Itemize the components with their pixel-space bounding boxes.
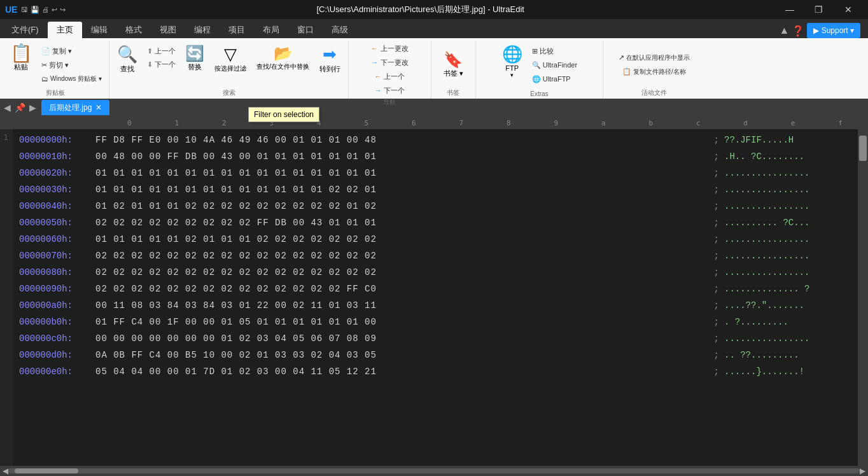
titlebar-quick-access[interactable]: 🖫 💾 🖨 ↩ ↪ <box>21 6 66 14</box>
menu-window[interactable]: 窗口 <box>288 22 323 38</box>
navigation-label: 导航 <box>383 97 396 108</box>
hex-separator: ; <box>709 214 724 231</box>
ribbon-collapse-up[interactable]: ▲ <box>779 25 789 36</box>
file-tab-label: 后期处理.jpg <box>49 102 92 113</box>
scroll-right-btn[interactable]: ▶ <box>860 466 865 475</box>
tab-scroll-left[interactable]: ◀ <box>3 101 12 114</box>
find-button[interactable]: 🔍 查找 <box>113 42 141 76</box>
tab-pin[interactable]: 📌 <box>13 101 27 114</box>
file-tab-close[interactable]: ✕ <box>95 103 102 112</box>
table-row: 000000b0h: 01 FF C4 00 1F 00 00 01 05 01… <box>13 314 858 330</box>
scroll-track[interactable] <box>8 468 860 473</box>
hex-bytes[interactable]: 02 02 02 02 02 02 02 02 02 02 02 02 02 0… <box>95 248 709 264</box>
hex-bytes[interactable]: 02 02 02 02 02 02 02 02 02 02 02 02 02 0… <box>95 264 709 281</box>
tab-scroll-right[interactable]: ▶ <box>28 101 38 114</box>
menu-file[interactable]: 文件(F) <box>3 22 48 38</box>
ribbon-tabs: 文件(F) 主页 编辑 格式 视图 编程 项目 布局 窗口 高级 ▲ ❓ ▶ S… <box>0 19 868 38</box>
cut-icon: ✂ <box>41 61 47 69</box>
windows-clipboard-button[interactable]: 🗂Windows 剪贴板 ▾ <box>38 73 105 85</box>
menu-view[interactable]: 视图 <box>151 22 185 38</box>
ultrafinder-button[interactable]: 🔍UltraFinder <box>529 59 580 71</box>
filter-button[interactable]: ▽ 按选择过滤 <box>211 42 250 76</box>
copy-button[interactable]: 📄复制 ▾ <box>38 45 105 57</box>
ribbon-help[interactable]: ❓ <box>792 25 804 37</box>
menu-home[interactable]: 主页 <box>48 22 82 38</box>
show-in-app-button[interactable]: ↗在默认应用程序中显示 <box>615 52 693 64</box>
prev-change-button[interactable]: ← 上一更改 <box>368 42 412 55</box>
close-button[interactable]: ✕ <box>834 0 863 19</box>
scroll-left-btn[interactable]: ◀ <box>3 466 8 475</box>
extras-label: Extras <box>530 89 548 99</box>
goto-icon: ➡ <box>323 45 337 64</box>
hex-ascii: .......... ?C... <box>724 214 851 231</box>
menu-project[interactable]: 项目 <box>220 22 254 38</box>
hex-address: 000000d0h: <box>19 347 95 363</box>
hex-bytes[interactable]: 0A 0B FF C4 00 B5 10 00 02 01 03 03 02 0… <box>95 347 709 363</box>
hex-separator: ; <box>709 264 724 281</box>
minimize-button[interactable]: — <box>775 0 804 19</box>
support-button[interactable]: ▶ Support ▾ <box>807 23 860 38</box>
scroll-thumb[interactable] <box>15 468 78 473</box>
hex-bytes[interactable]: FF D8 FF E0 00 10 4A 46 49 46 00 01 01 0… <box>95 132 709 148</box>
cut-button[interactable]: ✂剪切 ▾ <box>38 59 105 71</box>
replace-button[interactable]: 🔄 替换 <box>181 42 208 74</box>
vertical-scrollbar[interactable] <box>858 129 868 466</box>
copy-path-button[interactable]: 📋复制文件路径/名称 <box>619 66 689 78</box>
hex-bytes[interactable]: 00 48 00 00 FF DB 00 43 00 01 01 01 01 0… <box>95 148 709 165</box>
ultraFTP-icon: 🌐 <box>532 75 541 83</box>
bookmark-next-icon: → <box>374 87 381 94</box>
bookmark-prev-button[interactable]: ← 上一个 <box>371 70 408 83</box>
search-group: 🔍 查找 ⬆上一个 ⬇下一个 🔄 替换 ▽ 按选择过滤 📂 查找/在文件中替换 … <box>109 41 349 99</box>
menu-edit[interactable]: 编辑 <box>82 22 116 38</box>
menu-layout[interactable]: 布局 <box>254 22 288 38</box>
table-row: 000000a0h: 00 11 08 03 84 03 84 03 01 22… <box>13 297 858 314</box>
table-row: 000000c0h: 00 00 00 00 00 00 00 01 02 03… <box>13 330 858 347</box>
hex-separator: ; <box>709 248 724 264</box>
hex-ascii: ................ <box>724 181 851 198</box>
hex-address: 00000060h: <box>19 231 95 248</box>
hex-separator: ; <box>709 297 724 314</box>
next-change-button[interactable]: → 下一更改 <box>368 56 412 69</box>
hex-bytes[interactable]: 01 01 01 01 01 01 01 01 01 01 01 01 01 0… <box>95 181 709 198</box>
compare-button[interactable]: ⊞比较 <box>529 45 580 57</box>
bookmark-button[interactable]: 🔖 书签 ▾ <box>440 48 467 81</box>
find-in-files-button[interactable]: 📂 查找/在文件中替换 <box>253 42 313 74</box>
hex-bytes[interactable]: 02 02 02 02 02 02 02 02 02 FF DB 00 43 0… <box>95 214 709 231</box>
file-tab-jpg[interactable]: 后期处理.jpg ✕ <box>41 100 109 115</box>
bookmark-prev-icon: ← <box>374 73 381 80</box>
hex-separator: ; <box>709 314 724 330</box>
hex-bytes[interactable]: 01 FF C4 00 1F 00 00 01 05 01 01 01 01 0… <box>95 314 709 330</box>
bookmark-group: 🔖 书签 ▾ 书签 <box>431 41 476 99</box>
window-title: [C:\Users\Administrator\Pictures\后期处理.jp… <box>316 4 524 15</box>
hex-ascii: ................ <box>724 264 851 281</box>
hex-address: 000000e0h: <box>19 363 95 380</box>
hex-ascii: .. ??......... <box>724 347 851 363</box>
hex-bytes[interactable]: 01 02 01 01 01 02 02 02 02 02 02 02 02 0… <box>95 198 709 214</box>
clipboard-group: 📋 粘贴 📄复制 ▾ ✂剪切 ▾ 🗂Windows 剪贴板 ▾ 剪贴板 <box>1 41 109 99</box>
hex-bytes[interactable]: 01 01 01 01 01 01 01 01 01 01 01 01 01 0… <box>95 165 709 181</box>
hex-bytes[interactable]: 01 01 01 01 01 02 01 01 01 02 02 02 02 0… <box>95 231 709 248</box>
ftp-button[interactable]: 🌐 FTP ▾ <box>498 42 526 81</box>
prev-button[interactable]: ⬆上一个 <box>144 45 179 57</box>
menu-code[interactable]: 编程 <box>185 22 220 38</box>
hex-address: 00000040h: <box>19 198 95 214</box>
copy-path-icon: 📋 <box>622 67 631 76</box>
filter-icon: ▽ <box>224 45 237 64</box>
menu-advanced[interactable]: 高级 <box>323 22 357 38</box>
hex-bytes[interactable]: 00 00 00 00 00 00 00 01 02 03 04 05 06 0… <box>95 330 709 347</box>
hex-editor[interactable]: 00000000h: FF D8 FF E0 00 10 4A 46 49 46… <box>13 129 858 466</box>
hex-bytes[interactable]: 05 04 04 00 00 01 7D 01 02 03 00 04 11 0… <box>95 363 709 380</box>
maximize-button[interactable]: ❐ <box>804 0 834 19</box>
menu-format[interactable]: 格式 <box>116 22 151 38</box>
goto-line-button[interactable]: ➡ 转到行 <box>316 42 344 76</box>
scrollbar-thumb[interactable] <box>859 136 867 161</box>
horizontal-scrollbar[interactable]: ◀ ▶ <box>0 466 868 476</box>
bookmark-next-button[interactable]: → 下一个 <box>371 84 408 97</box>
paste-button[interactable]: 📋 粘贴 <box>5 42 37 74</box>
find-in-files-icon: 📂 <box>274 45 293 62</box>
ultraFTP-button[interactable]: 🌐UltraFTP <box>529 73 580 85</box>
hex-separator: ; <box>709 281 724 297</box>
next-button[interactable]: ⬇下一个 <box>144 58 179 71</box>
hex-bytes[interactable]: 00 11 08 03 84 03 84 03 01 22 00 02 11 0… <box>95 297 709 314</box>
hex-bytes[interactable]: 02 02 02 02 02 02 02 02 02 02 02 02 02 0… <box>95 281 709 297</box>
